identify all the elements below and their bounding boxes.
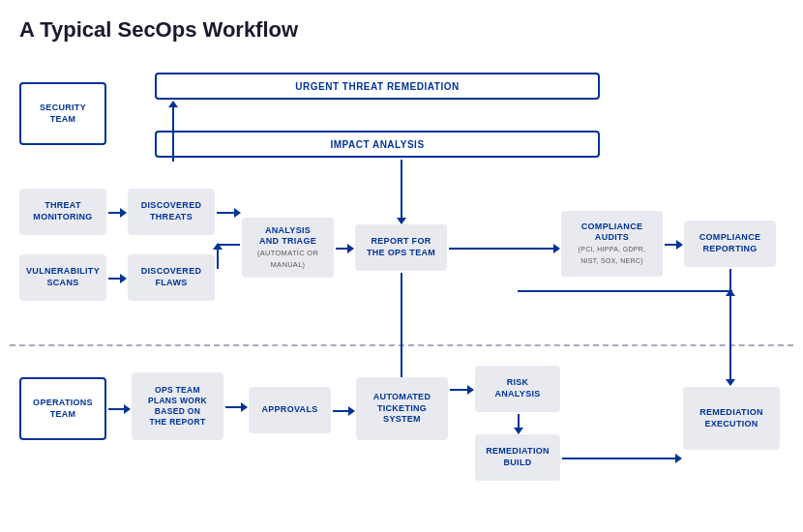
page: A Typical SecOps Workflow URGENT THREAT … <box>0 0 803 532</box>
arrow-approvals-to-ticketing <box>333 410 354 412</box>
arrow-analysis-to-report <box>336 248 353 250</box>
compliance-audits-box: COMPLIANCEAUDITS(PCI, HIPPA, GDPR,NIST, … <box>561 211 663 277</box>
arrow-flaws-connector <box>217 244 240 246</box>
arrow-compliance-reporting-down <box>729 269 731 385</box>
remediation-execution-box: REMEDIATIONEXECUTION <box>683 387 780 450</box>
report-ops-box: REPORT FORTHE OPS TEAM <box>355 224 447 271</box>
arrow-impact-down <box>401 160 402 223</box>
arrow-risk-to-build <box>518 414 520 433</box>
arrow-ticketing-to-risk <box>450 389 473 391</box>
remediation-build-box: REMEDIATIONBUILD <box>475 434 560 481</box>
operations-team-box: OPERATIONSTEAM <box>19 377 106 440</box>
analysis-triage-box: ANALYSISAND TRIAGE(AUTOMATIC ORMANUAL) <box>242 218 334 278</box>
arrow-flaws-up <box>217 244 219 269</box>
banner-impact: IMPACT ANALYSIS <box>155 131 600 158</box>
arrow-top-connector <box>518 290 732 292</box>
arrow-report-to-compliance <box>449 248 559 250</box>
security-team-box: SECURITYTEAM <box>19 82 106 145</box>
page-title: A Typical SecOps Workflow <box>19 17 784 43</box>
ops-team-plans-box: OPS TEAMPLANS WORKBASED ONTHE REPORT <box>132 372 223 440</box>
banner-urgent: URGENT THREAT REMEDIATION <box>155 73 600 100</box>
compliance-reporting-box: COMPLIANCEREPORTING <box>684 221 776 267</box>
automated-ticketing-box: AUTOMATEDTICKETINGSYSTEM <box>356 377 448 440</box>
vulnerability-scans-box: VULNERABILITYSCANS <box>19 254 106 301</box>
arrow-ops-to-plans <box>108 408 130 410</box>
discovered-threats-box: DISCOVEREDTHREATS <box>128 189 215 235</box>
arrow-discovered-to-analysis <box>217 212 240 214</box>
threat-monitoring-box: THREATMONITORING <box>19 189 106 235</box>
arrow-threat-to-discovered <box>108 212 126 214</box>
arrow-vuln-to-flaws <box>108 278 126 280</box>
arrow-build-to-execution <box>562 458 681 459</box>
arrow-analysis-up-urgent <box>172 102 174 162</box>
approvals-box: APPROVALS <box>249 387 331 433</box>
arrow-plans-to-approvals <box>225 406 247 408</box>
arrow-report-down <box>401 273 402 384</box>
arrow-compliance-to-reporting <box>665 244 682 246</box>
discovered-flaws-box: DISCOVEREDFLAWS <box>128 254 215 301</box>
risk-analysis-box: RISKANALYSIS <box>475 366 560 412</box>
